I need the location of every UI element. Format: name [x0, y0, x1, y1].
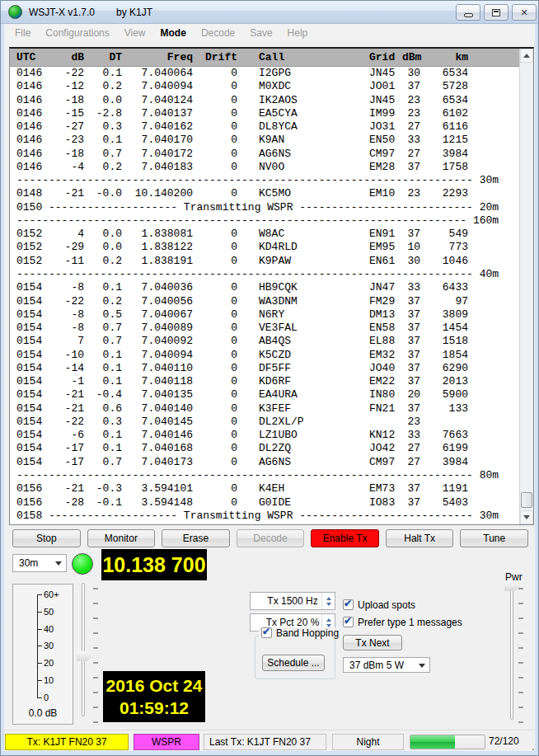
decode-row[interactable]: 0146-120.27.0400940M0XDCJO01375728	[10, 80, 533, 93]
decode-row[interactable]: 0154-60.17.0401460LZ1UBOKN12337663	[10, 429, 533, 442]
decode-row[interactable]: 015240.01.8380810W8ACEN9137549	[10, 228, 533, 241]
maximize-icon	[492, 9, 500, 16]
vertical-scrollbar[interactable]	[519, 49, 533, 524]
separator-row[interactable]: 0150 -------------------- Transmitting W…	[10, 201, 533, 214]
decode-row[interactable]: 0156-28-0.13.5941480G0IDEIO83375403	[10, 496, 533, 509]
decode-row[interactable]: 0146-220.17.0400640I2GPGJN45306534	[10, 67, 533, 80]
slider-tick	[93, 588, 98, 589]
toolbar: StopMonitorEraseDecodeEnable TxHalt TxTu…	[1, 529, 539, 547]
menu-decode[interactable]: Decode	[194, 26, 242, 40]
decode-row[interactable]: 0146-40.27.0401830NV0OEM28371758	[10, 161, 533, 174]
decode-row[interactable]: 0154-80.57.0400670N6RYDM13373809	[10, 308, 533, 322]
decode-row[interactable]: 0154-80.17.0400360HB9CQKJN47336433	[10, 281, 533, 294]
prefer-type1-label: Prefer type 1 messages	[358, 617, 462, 628]
frequency-display: 10.138 700	[101, 549, 207, 580]
stop-button[interactable]: Stop	[12, 529, 81, 547]
decode-row[interactable]: 0154-80.77.0400890VE3FALEN58371454	[10, 322, 533, 335]
decode-row[interactable]: 0154-21-0.47.0401350EA4URAIN80205900	[10, 388, 533, 401]
wsjtx-window: WSJT-X v1.7.0 by K1JT ✕ FileConfiguratio…	[0, 0, 539, 756]
decode-row[interactable]: 0152-110.21.8381910K9PAWEN61301046	[10, 255, 533, 268]
decode-row[interactable]: 0154-220.37.0401450DL2XL/P23	[10, 416, 533, 429]
menu-save[interactable]: Save	[242, 26, 279, 40]
upload-spots-label: Upload spots	[358, 599, 415, 611]
meter-value: 0.0 dB	[13, 707, 73, 719]
chevron-down-icon	[419, 664, 425, 668]
decode-row[interactable]: 0146-270.37.0401620DL8YCAJO31276116	[10, 120, 533, 134]
spin-up-icon	[326, 597, 331, 600]
upload-spots-checkbox[interactable]: ✔Upload spots	[343, 599, 415, 611]
window-border-bottom	[1, 751, 539, 755]
meter-tick	[37, 646, 42, 646]
scroll-up-button[interactable]	[520, 49, 533, 63]
rx-gain-slider-thumb[interactable]	[77, 651, 92, 661]
decode-row[interactable]: 0154-170.17.0401680DL2ZQJO42276199	[10, 442, 533, 455]
tx-next-button[interactable]: Tx Next	[343, 635, 402, 650]
decode-row[interactable]: 0146-15-2.87.0401370EA5CYAIM99236102	[10, 107, 533, 120]
decode-button[interactable]: Decode	[237, 529, 305, 547]
decode-row[interactable]: 0152-290.01.8381220KD4RLDEM9510773	[10, 241, 533, 254]
erase-button[interactable]: Erase	[162, 529, 230, 547]
minimize-button[interactable]	[456, 4, 480, 21]
decode-row[interactable]: 0154-220.27.0400560WA3DNMFM293797	[10, 295, 533, 308]
tx-freq-spin-buttons[interactable]	[321, 593, 335, 609]
tx-progress-count: 72/120	[489, 735, 519, 747]
decode-row[interactable]: 0154-170.77.0401730AG6NSCM97273984	[10, 456, 533, 469]
enable-tx-button[interactable]: Enable Tx	[311, 529, 379, 547]
menu-mode[interactable]: Mode	[153, 26, 194, 40]
menu-view[interactable]: View	[117, 26, 153, 40]
tx-freq-value: Tx 1500 Hz	[267, 595, 317, 607]
status-lamp	[72, 553, 93, 575]
separator-row[interactable]: 0158 -------------------- Transmitting W…	[10, 509, 533, 523]
rx-gain-slider[interactable]	[82, 583, 85, 716]
scrollbar-thumb[interactable]	[521, 492, 532, 508]
separator-row[interactable]: ----------------------------------------…	[10, 469, 533, 482]
decode-header: UTCdBDTFreqDriftCallGriddBmkm	[10, 49, 533, 67]
tx-freq-spinner[interactable]: Tx 1500 Hz	[250, 592, 335, 610]
decode-row[interactable]: 0154-210.67.0401400K3FEFFN2137133	[10, 402, 533, 416]
menu-configurations[interactable]: Configurations	[38, 26, 116, 40]
prefer-type1-checkbox[interactable]: ✔Prefer type 1 messages	[343, 617, 462, 628]
decode-row[interactable]: 0148-21-0.010.1402000KC5MOEM10232293	[10, 187, 533, 200]
separator-row[interactable]: ----------------------------------------…	[10, 268, 533, 281]
band-select[interactable]: 30m	[12, 554, 67, 572]
rx-meter: 60+50403020100 0.0 dB	[12, 584, 73, 725]
band-hopping-checkbox[interactable]: ✔Band Hopping	[259, 627, 341, 639]
pwr-slider[interactable]	[510, 585, 513, 720]
decode-row[interactable]: 0146-230.17.0401700K9ANEN50331215	[10, 134, 533, 147]
status-last-tx: Last Tx: K1JT FN20 37	[204, 734, 326, 750]
slider-tick	[518, 707, 523, 708]
monitor-button[interactable]: Monitor	[87, 529, 156, 547]
separator-row[interactable]: ----------------------------------------…	[10, 214, 533, 228]
decode-row[interactable]: 0146-180.07.0401240IK2AOSJN45236534	[10, 94, 533, 107]
decode-row[interactable]: 0154-100.17.0400940K5CZDEM32371854	[10, 349, 533, 362]
decode-row[interactable]: 0156-21-0.33.5941010K4EHEM73371191	[10, 482, 533, 495]
column-header-dt: DT	[92, 49, 132, 66]
tune-button[interactable]: Tune	[460, 529, 528, 547]
menu-file[interactable]: File	[7, 26, 38, 40]
meter-scale-label: 60+	[44, 590, 59, 599]
slider-tick	[93, 647, 98, 649]
decode-rows: 0146-220.17.0400640I2GPGJN453065340146-1…	[10, 67, 533, 523]
band-select-value: 30m	[19, 557, 38, 569]
app-icon	[8, 5, 22, 19]
column-header-db: dB	[56, 49, 92, 66]
menu-help[interactable]: Help	[280, 26, 316, 40]
decode-row[interactable]: 0154-140.17.0401100DF5FFJO40376290	[10, 362, 533, 375]
status-period: Night	[332, 734, 404, 750]
minimize-icon	[464, 13, 473, 17]
arrow-up-icon	[523, 54, 530, 58]
schedule-button[interactable]: Schedule ...	[262, 655, 325, 671]
close-button[interactable]: ✕	[512, 4, 537, 21]
decode-row[interactable]: 015470.77.0400920AB4QSEL88371518	[10, 335, 533, 348]
meter-tick	[37, 612, 42, 613]
slider-tick	[518, 603, 523, 604]
close-icon: ✕	[520, 7, 527, 18]
title-bar[interactable]: WSJT-X v1.7.0 by K1JT ✕	[1, 1, 539, 24]
maximize-button[interactable]	[484, 4, 509, 21]
separator-row[interactable]: ----------------------------------------…	[10, 174, 533, 187]
scroll-down-button[interactable]	[520, 510, 533, 524]
decode-row[interactable]: 0146-180.77.0401720AG6NSCM97273984	[10, 148, 533, 161]
decode-row[interactable]: 0154-10.17.0401180KD6RFEM22372013	[10, 375, 533, 388]
halt-tx-button[interactable]: Halt Tx	[386, 529, 454, 547]
power-select[interactable]: 37 dBm 5 W	[343, 657, 430, 673]
